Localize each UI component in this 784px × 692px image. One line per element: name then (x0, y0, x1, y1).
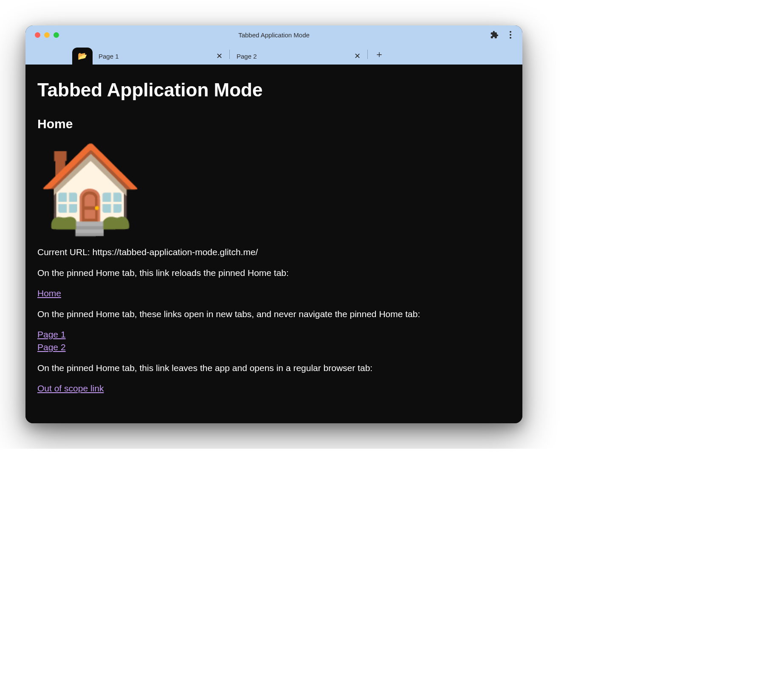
window-close-button[interactable] (35, 32, 40, 38)
current-url-value: https://tabbed-application-mode.glitch.m… (93, 247, 258, 257)
paragraph-new-tabs: On the pinned Home tab, these links open… (37, 308, 510, 321)
close-icon[interactable]: ✕ (354, 52, 361, 60)
tab-page-1[interactable]: Page 1 ✕ (93, 48, 228, 65)
link-out-of-scope[interactable]: Out of scope link (37, 383, 104, 393)
house-icon: 🏠 (37, 146, 510, 231)
plus-icon: ＋ (375, 48, 384, 61)
page-title: Tabbed Application Mode (37, 76, 510, 104)
window-minimize-button[interactable] (44, 32, 50, 38)
traffic-lights (25, 32, 59, 38)
tab-label: Page 2 (237, 53, 350, 60)
extensions-icon[interactable] (490, 31, 499, 39)
folder-icon: 📂 (78, 51, 87, 61)
tab-page-2[interactable]: Page 2 ✕ (231, 48, 367, 65)
tab-label: Page 1 (99, 53, 212, 60)
titlebar-top: Tabbed Application Mode (25, 25, 522, 44)
link-page-1[interactable]: Page 1 (37, 328, 510, 341)
kebab-menu-icon[interactable] (506, 31, 515, 39)
window-title: Tabbed Application Mode (25, 31, 522, 39)
tab-separator (367, 50, 368, 59)
paragraph-out-of-scope: On the pinned Home tab, this link leaves… (37, 362, 510, 374)
tab-pinned-home[interactable]: 📂 (72, 48, 93, 65)
close-icon[interactable]: ✕ (216, 52, 223, 60)
titlebar: Tabbed Application Mode 📂 Page 1 ✕ Page … (25, 25, 522, 65)
current-url: Current URL: https://tabbed-application-… (37, 246, 510, 259)
link-list-pages: Page 1 Page 2 (37, 328, 510, 354)
tabstrip: 📂 Page 1 ✕ Page 2 ✕ ＋ (25, 44, 522, 65)
page-content: Tabbed Application Mode Home 🏠 Current U… (25, 65, 522, 423)
new-tab-button[interactable]: ＋ (372, 47, 386, 62)
app-window: Tabbed Application Mode 📂 Page 1 ✕ Page … (25, 25, 522, 423)
link-home[interactable]: Home (37, 288, 61, 298)
paragraph-home-link: On the pinned Home tab, this link reload… (37, 267, 510, 279)
page-subtitle: Home (37, 115, 510, 133)
link-page-2[interactable]: Page 2 (37, 341, 510, 354)
current-url-label: Current URL: (37, 247, 93, 257)
tab-separator (229, 50, 230, 59)
window-maximize-button[interactable] (54, 32, 59, 38)
titlebar-actions (490, 31, 522, 39)
